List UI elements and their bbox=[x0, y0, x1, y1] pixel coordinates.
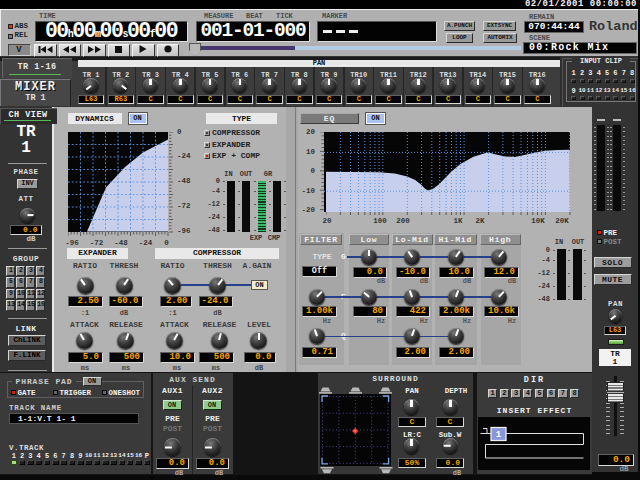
svg-text:1: 1 bbox=[496, 430, 502, 440]
